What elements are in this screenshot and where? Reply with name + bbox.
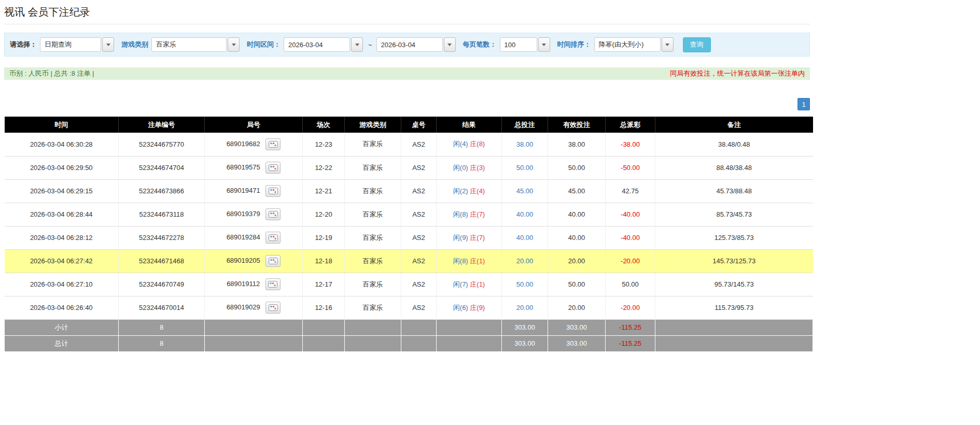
cell-game-type: 百家乐 [345, 296, 401, 319]
chevron-down-icon [542, 44, 546, 46]
bet-records-table: 时间注单编号局号场次游戏类别桌号结果总投注有效投注总派彩备注 2026-03-0… [4, 117, 813, 352]
cell-payout: -40.00 [606, 226, 655, 249]
cell-remark: 85.73/45.73 [655, 203, 813, 226]
round-id-text: 689019205 [227, 257, 260, 264]
summary-empty [401, 319, 437, 335]
cell-payout: -40.00 [606, 203, 655, 226]
column-header: 注单编号 [119, 117, 205, 133]
cell-session: 12-20 [303, 203, 345, 226]
summary-empty [655, 319, 813, 335]
cell-result: 闲(2) 庄(4) [437, 179, 502, 203]
cell-time: 2026-03-04 06:29:15 [5, 179, 119, 203]
cell-bet-id: 523244673118 [119, 203, 205, 226]
cell-remark: 115.73/95.73 [655, 296, 813, 319]
cell-result: 闲(6) 庄(9) [437, 296, 502, 319]
table-footer: 小计 8 303.00 303.00 -115.25 总计 8 303.00 3… [5, 319, 813, 351]
cell-valid-bet: 50.00 [548, 156, 606, 179]
result-player: 闲(6) [453, 304, 468, 311]
date-to-dropdown-button[interactable] [444, 37, 456, 52]
summary-empty [655, 335, 813, 351]
roadmap-icon[interactable] [265, 162, 281, 174]
roadmap-icon[interactable] [265, 255, 281, 267]
date-from-input[interactable] [284, 37, 350, 52]
cell-session: 12-23 [303, 133, 345, 156]
cell-total-bet[interactable]: 20.00 [502, 296, 548, 319]
cell-bet-id: 523244674704 [119, 156, 205, 179]
result-banker: 庄(3) [470, 164, 485, 172]
column-header: 总投注 [502, 117, 548, 133]
cell-total-bet[interactable]: 20.00 [502, 249, 548, 273]
table-row: 2026-03-04 06:28:44 523244673118 6890193… [5, 203, 813, 226]
search-button[interactable]: 查询 [683, 37, 711, 52]
sort-input[interactable] [594, 37, 661, 52]
cell-session: 12-22 [303, 156, 345, 179]
cell-round-id: 689019575 [205, 156, 303, 179]
cell-payout: -20.00 [606, 296, 655, 319]
roadmap-icon[interactable] [265, 302, 281, 314]
result-player: 闲(0) [453, 164, 468, 172]
query-type-combobox [40, 37, 114, 52]
cell-result: 闲(8) 庄(7) [437, 203, 502, 226]
summary-count: 8 [119, 335, 205, 351]
summary-empty [205, 335, 303, 351]
result-banker: 庄(1) [470, 280, 485, 288]
cell-total-bet[interactable]: 40.00 [502, 226, 548, 249]
chevron-down-icon [106, 44, 110, 46]
game-type-dropdown-button[interactable] [228, 37, 240, 52]
result-player: 闲(2) [453, 187, 468, 195]
roadmap-icon[interactable] [265, 278, 281, 290]
cell-remark: 45.73/88.48 [655, 179, 813, 203]
result-banker: 庄(7) [470, 234, 485, 242]
roadmap-icon[interactable] [265, 208, 281, 220]
column-header: 场次 [303, 117, 345, 133]
column-header: 结果 [437, 117, 502, 133]
cell-valid-bet: 40.00 [548, 226, 606, 249]
round-id-text: 689019471 [227, 187, 260, 194]
cell-total-bet[interactable]: 50.00 [502, 156, 548, 179]
result-player: 闲(7) [453, 280, 468, 288]
game-type-input[interactable] [151, 37, 227, 52]
cell-round-id: 689019682 [205, 133, 303, 156]
query-type-dropdown-button[interactable] [102, 37, 114, 52]
page-button[interactable]: 1 [797, 98, 810, 110]
cell-total-bet[interactable]: 45.00 [502, 179, 548, 203]
query-type-input[interactable] [40, 37, 101, 52]
roadmap-icon[interactable] [265, 232, 281, 244]
page: 视讯 会员下注纪录 请选择： 游戏类别 时间区间： ~ 每页笔数： 时间排序： [0, 0, 810, 352]
sort-dropdown-button[interactable] [662, 37, 674, 52]
roadmap-icon[interactable] [265, 185, 281, 197]
round-id-text: 689019029 [227, 303, 260, 311]
cell-bet-id: 523244670014 [119, 296, 205, 319]
pagination: 1 [4, 98, 810, 110]
cell-bet-id: 523244675770 [119, 133, 205, 156]
summary-count: 8 [119, 319, 205, 335]
summary-empty [345, 319, 401, 335]
column-header: 有效投注 [548, 117, 606, 133]
page-size-dropdown-button[interactable] [538, 37, 550, 52]
cell-total-bet[interactable]: 40.00 [502, 203, 548, 226]
game-type-label: 游戏类别 [121, 40, 148, 49]
summary-empty [345, 335, 401, 351]
cell-payout: -20.00 [606, 249, 655, 273]
result-banker: 庄(4) [470, 187, 485, 195]
currency-summary: 币别 : 人民币 | 总共 :8 注单 | [9, 69, 94, 78]
page-size-input[interactable] [500, 37, 537, 52]
column-header: 备注 [655, 117, 813, 133]
cell-total-bet[interactable]: 50.00 [502, 273, 548, 296]
roadmap-icon[interactable] [265, 138, 281, 150]
cell-bet-id: 523244673866 [119, 179, 205, 203]
cell-total-bet[interactable]: 38.00 [502, 133, 548, 156]
table-row: 2026-03-04 06:30:28 523244675770 6890196… [5, 133, 813, 156]
date-from-dropdown-button[interactable] [351, 37, 363, 52]
date-to-input[interactable] [376, 37, 443, 52]
cell-time: 2026-03-04 06:29:50 [5, 156, 119, 179]
cell-game-type: 百家乐 [345, 179, 401, 203]
cell-payout: 42.75 [606, 179, 655, 203]
cell-result: 闲(8) 庄(1) [437, 249, 502, 273]
summary-payout: -115.25 [606, 335, 655, 351]
table-header: 时间注单编号局号场次游戏类别桌号结果总投注有效投注总派彩备注 [5, 117, 813, 133]
cell-result: 闲(7) 庄(1) [437, 273, 502, 296]
title-bar: 视讯 会员下注纪录 [4, 0, 810, 24]
page-size-combobox [500, 37, 550, 52]
summary-row: 总计 8 303.00 303.00 -115.25 [5, 335, 813, 351]
